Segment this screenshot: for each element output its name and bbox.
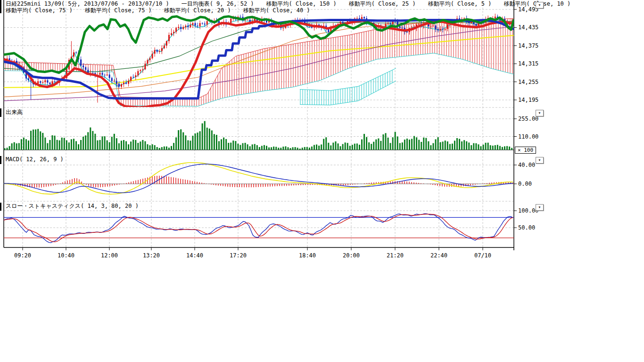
trading-chart-app: 09:2010:4012:0013:2014:4017:2018:4020:00… bbox=[0, 0, 644, 362]
x-axis-label: 17:20 bbox=[230, 252, 247, 259]
macd-panel-label: MACD( 12, 26, 9 ) bbox=[6, 156, 64, 163]
volume-panel bbox=[4, 121, 513, 150]
macd-edge-bar bbox=[0, 156, 1, 164]
y-axis-label: 110.00 bbox=[518, 133, 538, 140]
indicator-label: 移動平均( Close, 75 ) bbox=[85, 7, 152, 14]
volume-panel-dropdown-button[interactable] bbox=[536, 110, 544, 116]
stoch-edge-bar bbox=[0, 203, 1, 211]
x-axis-label: 13:20 bbox=[143, 252, 160, 259]
stoch-panel-label: スロー・ストキャスティクス( 14, 3, 80, 20 ) bbox=[6, 203, 139, 210]
indicator-label: 移動平均( Close, 75 ) bbox=[6, 7, 73, 14]
chart-canvas: 09:2010:4012:0013:2014:4017:2018:4020:00… bbox=[0, 0, 644, 362]
indicator-label: 移動平均( Close, 20 ) bbox=[164, 7, 231, 14]
macd-signal-line bbox=[4, 164, 513, 193]
x-axis-label: 09:20 bbox=[14, 252, 31, 259]
stoch-panel bbox=[4, 214, 514, 243]
y-axis-label: 14,315 bbox=[518, 60, 538, 67]
y-axis-label: 14,435 bbox=[518, 24, 538, 31]
stoch-panel-dropdown-button[interactable] bbox=[536, 204, 544, 211]
volume-multiplier-box: × 100 bbox=[515, 147, 536, 154]
price-panel-dropdown-button[interactable] bbox=[536, 2, 544, 8]
indicator-label: 移動平均( Close, 40 ) bbox=[243, 7, 310, 14]
x-axis-label: 20:00 bbox=[343, 252, 360, 259]
macd-line bbox=[4, 163, 513, 194]
instrument-title: 日経225mini 13/09( 5分, 2013/07/06 - 2013/0… bbox=[6, 0, 169, 7]
volume-edge-bar bbox=[0, 108, 1, 117]
y-axis-label: 14,195 bbox=[518, 97, 538, 103]
y-axis-label: 50.00 bbox=[518, 224, 535, 231]
x-axis-label: 22:40 bbox=[430, 252, 447, 259]
x-axis-label: 18:40 bbox=[299, 252, 316, 259]
x-axis-label: 21:20 bbox=[387, 252, 404, 259]
x-axis-label: 07/10 bbox=[474, 252, 491, 259]
y-axis-label: 255.00 bbox=[518, 115, 538, 122]
header-edge-bar bbox=[0, 0, 1, 13]
x-axis-label: 14:40 bbox=[186, 252, 203, 259]
indicator-label: 移動平均( Close, 150 ) bbox=[266, 0, 337, 7]
x-axis-label: 12:00 bbox=[101, 252, 118, 259]
y-axis-label: 0.00 bbox=[518, 181, 532, 187]
y-axis-label: 14,375 bbox=[518, 42, 538, 49]
header-row-1: 日経225mini 13/09( 5分, 2013/07/06 - 2013/0… bbox=[6, 0, 570, 7]
indicator-label: 一目均衡表( 9, 26, 52 ) bbox=[182, 0, 254, 7]
stoch-k-line bbox=[4, 214, 513, 243]
macd-panel bbox=[4, 163, 514, 194]
y-axis-label: 40.00 bbox=[518, 162, 535, 168]
y-axis-label: 14,255 bbox=[518, 79, 538, 85]
indicator-label: 移動平均( Close, 25 ) bbox=[349, 0, 416, 7]
macd-panel-dropdown-button[interactable] bbox=[536, 157, 544, 164]
header-row-2: 移動平均( Close, 75 )移動平均( Close, 75 )移動平均( … bbox=[6, 7, 310, 14]
x-axis-label: 10:40 bbox=[58, 252, 74, 259]
ichimoku-cloud bbox=[4, 18, 513, 106]
volume-panel-label: 出来高 bbox=[6, 109, 23, 116]
indicator-label: 移動平均( Close, 5 ) bbox=[428, 0, 492, 7]
